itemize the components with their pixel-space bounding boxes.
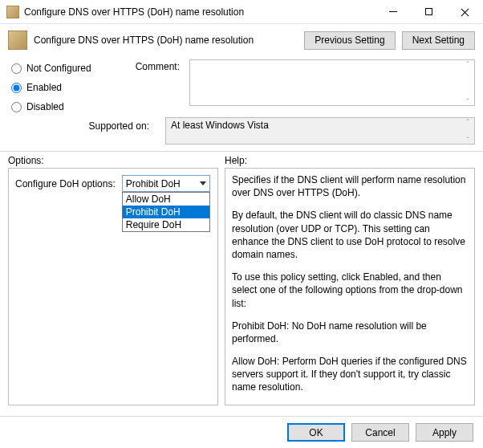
window-title: Configure DNS over HTTPS (DoH) name reso…: [24, 6, 375, 18]
supported-on-value-box: At least Windows Vista ˆˇ: [165, 117, 475, 145]
help-text: Specifies if the DNS client will perform…: [232, 173, 468, 199]
previous-setting-button[interactable]: Previous Setting: [304, 31, 395, 50]
radio-label: Enabled: [26, 82, 62, 93]
help-heading: Help:: [225, 155, 247, 166]
state-radiogroup: Not Configured Enabled Disabled: [11, 59, 108, 112]
comment-textarea[interactable]: ˆˇ: [189, 59, 475, 106]
dropdown-item-require[interactable]: Require DoH: [123, 218, 209, 231]
radio-disabled[interactable]: Disabled: [11, 101, 108, 112]
header: Configure DNS over HTTPS (DoH) name reso…: [0, 24, 483, 56]
cancel-button[interactable]: Cancel: [351, 423, 409, 442]
radio-label: Disabled: [26, 101, 64, 112]
chevron-down-icon: ˇ: [467, 97, 469, 105]
policy-icon: [8, 31, 27, 50]
combobox-value: Prohibit DoH: [126, 178, 181, 189]
dialog-buttons: OK Cancel Apply: [0, 416, 483, 448]
supported-on-label: Supported on:: [11, 117, 149, 145]
radio-disabled-input[interactable]: [11, 102, 22, 112]
help-text: Allow DoH: Perform DoH queries if the co…: [232, 355, 468, 394]
radio-enabled-input[interactable]: [11, 83, 22, 93]
configure-doh-label: Configure DoH options:: [15, 178, 116, 189]
scrollbar[interactable]: ˆˇ: [461, 60, 474, 105]
help-panel[interactable]: Specifies if the DNS client will perform…: [225, 168, 475, 405]
titlebar: Configure DNS over HTTPS (DoH) name reso…: [0, 0, 483, 24]
close-button[interactable]: [447, 1, 483, 23]
radio-label: Not Configured: [26, 63, 91, 74]
dropdown-item-allow[interactable]: Allow DoH: [123, 193, 209, 206]
options-panel: Configure DoH options: Prohibit DoH Allo…: [8, 168, 218, 405]
dropdown-item-prohibit[interactable]: Prohibit DoH: [123, 206, 209, 218]
chevron-down-icon: ˇ: [467, 136, 469, 144]
window-buttons: [375, 1, 483, 23]
chevron-up-icon: ˆ: [467, 118, 469, 126]
maximize-button[interactable]: [411, 1, 447, 23]
radio-not-configured[interactable]: Not Configured: [11, 63, 108, 74]
comment-label: Comment:: [124, 59, 180, 112]
doh-options-combobox[interactable]: Prohibit DoH: [122, 175, 210, 192]
help-text: To use this policy setting, click Enable…: [232, 271, 468, 310]
next-setting-button[interactable]: Next Setting: [402, 31, 475, 50]
ok-button[interactable]: OK: [287, 423, 345, 442]
help-text: Require DoH: Allow only DoH name resolut…: [232, 404, 468, 405]
scrollbar[interactable]: ˆˇ: [461, 118, 474, 144]
options-heading: Options:: [8, 155, 225, 166]
chevron-up-icon: ˆ: [467, 60, 469, 68]
apply-button[interactable]: Apply: [416, 423, 473, 442]
doh-options-dropdown[interactable]: Allow DoH Prohibit DoH Require DoH: [122, 192, 210, 232]
minimize-button[interactable]: [375, 1, 411, 23]
radio-not-configured-input[interactable]: [11, 63, 22, 74]
supported-on-value: At least Windows Vista: [171, 120, 269, 131]
policy-icon: [6, 6, 19, 18]
radio-enabled[interactable]: Enabled: [11, 82, 108, 93]
help-text: Prohibit DoH: No DoH name resolution wil…: [232, 320, 468, 345]
help-text: By default, the DNS client will do class…: [232, 209, 468, 261]
policy-title: Configure DNS over HTTPS (DoH) name reso…: [34, 35, 298, 46]
